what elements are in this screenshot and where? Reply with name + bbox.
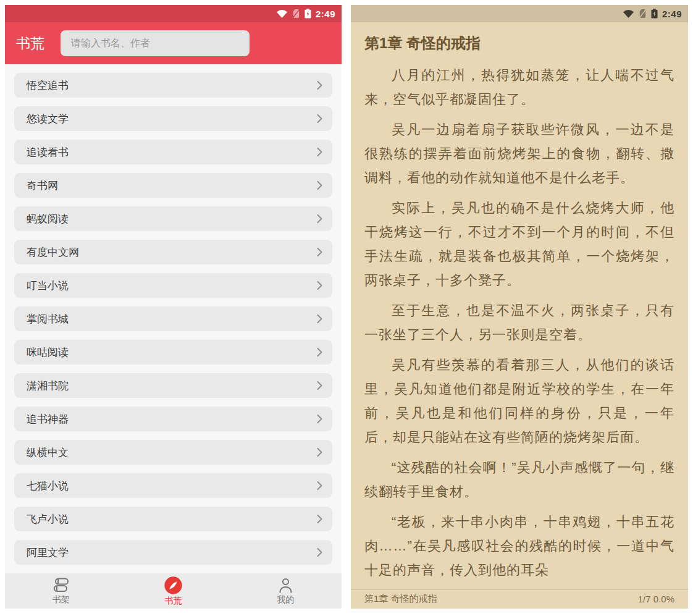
chevron-right-icon [316,247,323,258]
source-label: 咪咕阅读 [27,345,69,360]
book-source-item[interactable]: 潇湘书院 [14,373,332,398]
source-label: 飞卢小说 [27,512,69,526]
book-source-item[interactable]: 飞卢小说 [14,507,332,531]
footer-progress: 1/7 0.0% [638,594,674,604]
chapter-title: 第1章 奇怪的戒指 [364,33,674,53]
nav-label: 书荒 [165,596,182,607]
book-source-item[interactable]: 阿里文学 [14,540,332,565]
wifi-icon [276,9,288,19]
book-source-item[interactable]: 奇书网 [14,173,332,198]
bottom-nav: 书架 书荒 我的 [5,573,342,609]
footer-chapter-title: 第1章 奇怪的戒指 [364,593,437,605]
reader-footer: 第1章 奇怪的戒指 1/7 0.0% [351,589,688,609]
chevron-right-icon [316,480,323,491]
app-header: 书荒 请输入书名、作者 [5,22,342,64]
chevron-right-icon [316,113,323,124]
status-time: 2:49 [316,9,335,19]
profile-icon [277,577,294,594]
search-input[interactable]: 请输入书名、作者 [61,30,250,56]
battery-charging-icon [651,9,658,19]
paragraph: 八月的江州，热得犹如蒸笼，让人喘不过气来，空气似乎都凝固住了。 [364,63,674,111]
nav-tab-bookshelf[interactable]: 书架 [5,573,117,609]
nav-label: 书架 [52,594,70,605]
bookshelf-icon [52,577,70,594]
chevron-right-icon [316,80,323,91]
book-source-item[interactable]: 有度中文网 [14,240,332,264]
source-label: 叮当小说 [27,279,69,293]
paragraph: 至于生意，也是不温不火，两张桌子，只有一张坐了三个人，另一张则是空着。 [364,298,674,347]
chevron-right-icon [316,280,323,291]
book-source-item[interactable]: 悠读文学 [14,106,332,131]
wifi-icon [623,9,634,19]
source-label: 纵横中文 [27,445,69,460]
chevron-right-icon [316,547,323,558]
book-source-item[interactable]: 追读看书 [14,140,332,164]
source-label: 蚂蚁阅读 [27,212,69,226]
battery-charging-icon [304,9,311,19]
page-title: 书荒 [16,34,44,53]
status-bar: 2:49 [5,5,342,22]
source-label: 有度中文网 [27,245,79,259]
paragraph: 实际上，吴凡也的确不是什么烧烤大师，他干烧烤这一行，不过才不到一个月的时间，不但… [364,196,674,292]
book-source-item[interactable]: 七猫小说 [14,473,332,498]
book-source-item[interactable]: 蚂蚁阅读 [14,206,332,231]
chevron-right-icon [316,313,323,324]
source-label: 阿里文学 [27,546,69,560]
compass-icon [164,576,183,595]
reader-content[interactable]: 第1章 奇怪的戒指 八月的江州，热得犹如蒸笼，让人喘不过气来，空气似乎都凝固住了… [351,22,688,591]
source-label: 奇书网 [27,179,58,193]
source-label: 悟空追书 [27,78,69,93]
book-source-item[interactable]: 纵横中文 [14,440,332,465]
chevron-right-icon [316,513,323,525]
nav-tab-discover[interactable]: 书荒 [117,573,230,609]
source-label: 悠读文学 [27,112,69,126]
search-placeholder: 请输入书名、作者 [71,37,150,50]
source-label: 追读看书 [27,145,69,159]
source-label: 潇湘书院 [27,379,69,393]
status-time: 2:49 [662,9,682,19]
reader-screen: 2:49 第1章 奇怪的戒指 八月的江州，热得犹如蒸笼，让人喘不过气来，空气似乎… [351,5,688,609]
book-source-item[interactable]: 叮当小说 [14,273,332,298]
chevron-right-icon [316,213,323,224]
chevron-right-icon [316,380,323,391]
no-sim-icon [639,9,647,19]
book-source-item[interactable]: 掌阅书城 [14,306,332,331]
chapter-body: 八月的江州，热得犹如蒸笼，让人喘不过气来，空气似乎都凝固住了。 吴凡一边扇着扇子… [364,63,674,582]
screenshot-pair: 2:49 书荒 请输入书名、作者 悟空追书 悠读文学 [0,0,693,616]
source-label: 追书神器 [27,412,69,426]
chevron-right-icon [316,447,323,458]
paragraph: 吴凡有些羡慕的看着那三人，从他们的谈话里，吴凡知道他们都是附近学校的学生，在一年… [364,353,674,449]
chevron-right-icon [316,180,323,191]
paragraph: 吴凡一边扇着扇子获取些许微风，一边不是很熟练的摆弄着面前烧烤架上的食物，翻转、撒… [364,117,674,190]
source-label: 七猫小说 [27,479,69,493]
chevron-right-icon [316,146,323,158]
paragraph: “老板，来十串小肉串，十串鸡翅，十串五花肉……”在吴凡感叹社会的残酷的时候，一道… [364,510,674,582]
book-source-app-screen: 2:49 书荒 请输入书名、作者 悟空追书 悠读文学 [5,5,342,609]
no-sim-icon [292,9,300,19]
source-label: 掌阅书城 [27,312,69,326]
book-source-item[interactable]: 咪咕阅读 [14,340,332,365]
paragraph: “这残酷的社会啊！”吴凡小声感慨了一句，继续翻转手里食材。 [364,455,674,504]
source-list: 悟空追书 悠读文学 追读看书 奇书网 [5,64,342,565]
chevron-right-icon [316,413,323,424]
status-bar: 2:49 [351,5,688,22]
nav-tab-profile[interactable]: 我的 [229,573,342,609]
book-source-item[interactable]: 追书神器 [14,407,332,431]
chevron-right-icon [316,347,323,358]
book-source-item[interactable]: 悟空追书 [14,73,332,98]
nav-label: 我的 [277,594,294,605]
